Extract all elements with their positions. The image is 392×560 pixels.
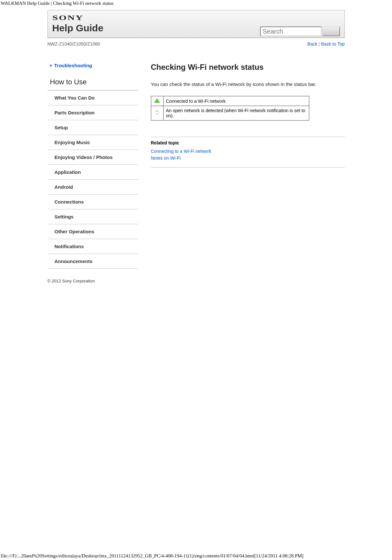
top-nav-links: Back | Back to Top: [307, 41, 344, 47]
wifi-connected-icon: [154, 98, 160, 103]
sidebar: Troubleshooting How to Use What You Can …: [48, 63, 138, 269]
sidebar-item-settings[interactable]: Settings: [48, 209, 138, 224]
related-topic-heading: Related topic: [151, 140, 345, 145]
wifi-connected-icon-cell: [151, 96, 163, 106]
sidebar-item-android[interactable]: Android: [48, 180, 138, 195]
search-button[interactable]: [322, 26, 340, 36]
related-topic-block: Related topic Connecting to a Wi-Fi netw…: [151, 137, 345, 168]
related-link-notes[interactable]: Notes on Wi-Fi: [151, 155, 345, 162]
sidebar-list: What You Can Do Parts Description Setup …: [48, 90, 138, 269]
how-to-use-heading: How to Use: [48, 71, 138, 90]
wifi-connected-desc: Connected to a Wi-Fi network.: [163, 96, 309, 106]
sidebar-item-what-you-can-do[interactable]: What You Can Do: [48, 90, 138, 105]
content-row: Troubleshooting How to Use What You Can …: [48, 63, 345, 269]
wifi-status-table: Connected to a Wi-Fi network. An open ne…: [151, 96, 309, 121]
model-text: NWZ-Z1040/Z1050/Z1060: [48, 41, 100, 47]
related-link-connecting[interactable]: Connecting to a Wi-Fi network: [151, 148, 345, 155]
wifi-open-icon-cell: [151, 106, 163, 121]
wifi-open-icon: [154, 111, 160, 115]
sidebar-item-connections[interactable]: Connections: [48, 195, 138, 209]
nav-sep: |: [317, 41, 321, 47]
page-tab-title: WALKMAN Help Guide | Checking Wi-Fi netw…: [0, 0, 392, 7]
header-bar: SONY Help Guide: [48, 10, 345, 38]
sidebar-item-notifications[interactable]: Notifications: [48, 239, 138, 254]
footer-file-path: file:///F|/...20and%20Settings/editorala…: [1, 553, 391, 559]
chevron-right-icon: [50, 64, 52, 67]
search-wrap: [260, 26, 340, 36]
sidebar-item-application[interactable]: Application: [48, 165, 138, 180]
sidebar-item-setup[interactable]: Setup: [48, 120, 138, 135]
search-input[interactable]: [260, 26, 322, 36]
article-paragraph: You can check the status of a Wi-Fi netw…: [151, 81, 345, 87]
sidebar-item-enjoying-videos-photos[interactable]: Enjoying Videos / Photos: [48, 150, 138, 165]
table-row: Connected to a Wi-Fi network.: [151, 96, 309, 106]
sidebar-item-parts-description[interactable]: Parts Description: [48, 105, 138, 120]
wifi-open-desc: An open network is detected (when Wi-Fi …: [163, 106, 309, 121]
back-to-top-link[interactable]: Back to Top: [321, 41, 345, 47]
model-row: NWZ-Z1040/Z1050/Z1060 Back | Back to Top: [48, 38, 345, 47]
sidebar-item-announcements[interactable]: Announcements: [48, 254, 138, 269]
troubleshooting-link[interactable]: Troubleshooting: [48, 63, 138, 71]
main-content: Checking Wi-Fi network status You can ch…: [151, 63, 345, 269]
main-container: SONY Help Guide NWZ-Z1040/Z1050/Z1060 Ba…: [48, 10, 345, 283]
sidebar-item-other-operations[interactable]: Other Operations: [48, 224, 138, 239]
back-link[interactable]: Back: [307, 41, 317, 47]
sidebar-item-enjoying-music[interactable]: Enjoying Music: [48, 135, 138, 150]
table-row: An open network is detected (when Wi-Fi …: [151, 106, 309, 121]
article-title: Checking Wi-Fi network status: [151, 63, 345, 72]
troubleshooting-label: Troubleshooting: [54, 63, 92, 68]
copyright-text: © 2012 Sony Corporation: [48, 279, 345, 283]
brand-logo: SONY: [52, 14, 84, 22]
